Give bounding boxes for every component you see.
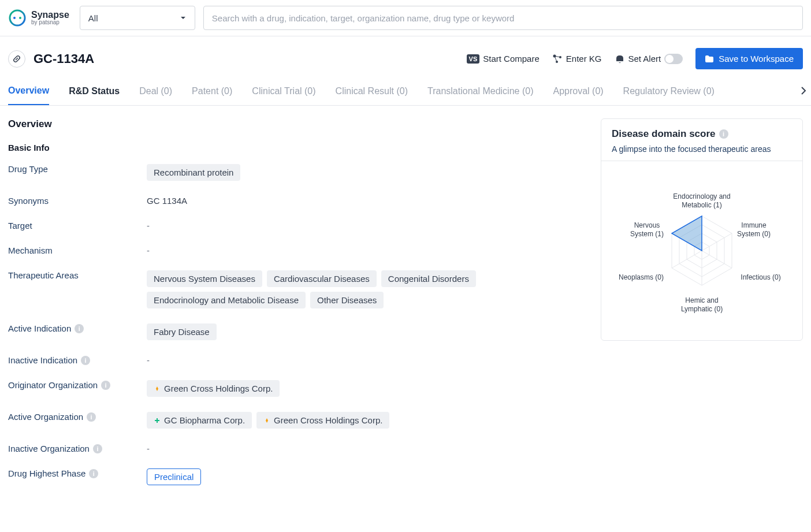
field-target: Target - [8, 221, 583, 230]
label-active-ind: Active Indication [8, 323, 71, 333]
info-icon[interactable]: i [93, 444, 102, 453]
chip-org[interactable]: Green Cross Holdings Corp. [147, 380, 280, 397]
bell-icon [615, 54, 625, 64]
save-to-workspace-button[interactable]: Save to Workspace [695, 48, 803, 69]
panel-title: Disease domain score [612, 128, 716, 140]
info-icon[interactable]: i [89, 469, 98, 478]
chip-therapeutic[interactable]: Nervous System Diseases [147, 270, 262, 287]
tab-patent[interactable]: Patent (0) [192, 79, 232, 105]
info-icon[interactable]: i [719, 129, 728, 139]
label-inactive-ind: Inactive Indication [8, 355, 77, 365]
search-category-dropdown[interactable]: All [80, 6, 195, 30]
radar-label-bl: Neoplasms (0) [619, 273, 664, 281]
chip-therapeutic[interactable]: Endocrinology and Metabolic Disease [147, 292, 306, 308]
info-icon[interactable]: i [101, 381, 110, 390]
label-mechanism: Mechanism [8, 245, 147, 255]
chip-therapeutic[interactable]: Other Diseases [310, 292, 384, 308]
tab-clinical-trial[interactable]: Clinical Trial (0) [252, 79, 315, 105]
app-header: Synapse by patsnap All [0, 0, 811, 36]
chip-org[interactable]: Green Cross Holdings Corp. [256, 412, 389, 429]
logo[interactable]: Synapse by patsnap [8, 9, 69, 27]
search-wrap: All [80, 6, 803, 30]
chip-therapeutic[interactable]: Cardiovascular Diseases [267, 270, 377, 287]
radar-chart: Endocrinology and Metabolic (1) Immune S… [609, 173, 794, 323]
org-icon [154, 417, 161, 424]
label-therapeutic: Therapeutic Areas [8, 270, 147, 280]
pill-icon [8, 50, 25, 68]
info-icon[interactable]: i [75, 324, 84, 333]
radar-label-top: Endocrinology and [673, 192, 730, 200]
field-synonyms: Synonyms GC 1134A [8, 196, 583, 206]
save-label: Save to Workspace [719, 54, 794, 64]
value-target: - [147, 221, 583, 230]
tabs: Overview R&D Status Deal (0) Patent (0) … [0, 79, 811, 106]
enter-kg-button[interactable]: Enter KG [552, 54, 602, 64]
tab-translational-medicine[interactable]: Translational Medicine (0) [427, 79, 533, 105]
folder-icon [705, 54, 714, 64]
tab-deal[interactable]: Deal (0) [139, 79, 172, 105]
tab-clinical-result[interactable]: Clinical Result (0) [336, 79, 408, 105]
field-drug-type: Drug Type Recombinant protein [8, 164, 583, 181]
chip-therapeutic[interactable]: Congenital Disorders [381, 270, 476, 287]
search-input[interactable] [203, 6, 803, 30]
field-active-indication: Active Indicationi Fabry Disease [8, 323, 583, 340]
alert-toggle[interactable] [664, 54, 683, 64]
logo-name: Synapse [31, 10, 69, 20]
value-mechanism: - [147, 245, 583, 255]
label-orig-org: Originator Organization [8, 380, 98, 390]
chip-highest-phase[interactable]: Preclinical [147, 468, 201, 485]
radar-label-bot: Hemic and [685, 296, 718, 304]
graph-icon [552, 54, 563, 64]
label-active-org: Active Organization [8, 412, 83, 422]
field-highest-phase: Drug Highest Phasei Preclinical [8, 468, 583, 485]
org-icon [154, 385, 161, 392]
label-drug-type: Drug Type [8, 164, 147, 174]
tab-approval[interactable]: Approval (0) [553, 79, 603, 105]
dropdown-selected: All [88, 13, 98, 23]
svg-point-1 [13, 17, 16, 19]
tab-regulatory-review[interactable]: Regulatory Review (0) [623, 79, 715, 105]
tabs-scroll-right-icon[interactable] [798, 85, 809, 96]
value-synonyms: GC 1134A [147, 196, 583, 206]
page-header: GC-1134A VS Start Compare Enter KG Set A… [0, 36, 811, 79]
label-inactive-org: Inactive Organization [8, 444, 90, 453]
chip-drug-type[interactable]: Recombinant protein [147, 164, 240, 181]
radar-label-br: Infectious (0) [741, 273, 780, 281]
svg-point-2 [19, 17, 21, 19]
vs-icon: VS [467, 54, 480, 64]
panel-subtitle: A glimpse into the focused therapeutic a… [612, 144, 792, 154]
chevron-down-icon [180, 14, 187, 21]
chip-org[interactable]: GC Biopharma Corp. [147, 412, 252, 429]
disease-domain-panel: Disease domain scorei A glimpse into the… [601, 118, 803, 341]
radar-label-tr: Immune [741, 221, 767, 229]
label-target: Target [8, 221, 147, 230]
org-icon [263, 417, 270, 424]
value-inactive-ind: - [147, 355, 583, 365]
compare-label: Start Compare [483, 54, 540, 64]
field-therapeutic-areas: Therapeutic Areas Nervous System Disease… [8, 270, 583, 308]
chip-active-ind[interactable]: Fabry Disease [147, 323, 217, 340]
logo-sub: by patsnap [31, 20, 69, 25]
label-highest-phase: Drug Highest Phase [8, 468, 85, 478]
field-active-org: Active Organizationi GC Biopharma Corp. … [8, 412, 583, 429]
radar-label-top2: Metabolic (1) [682, 201, 721, 209]
field-inactive-org: Inactive Organizationi - [8, 444, 583, 453]
field-inactive-indication: Inactive Indicationi - [8, 355, 583, 365]
field-mechanism: Mechanism - [8, 245, 583, 255]
info-icon[interactable]: i [81, 356, 90, 365]
svg-line-4 [16, 58, 18, 60]
kg-label: Enter KG [566, 54, 602, 64]
start-compare-button[interactable]: VS Start Compare [467, 54, 540, 64]
logo-icon [8, 9, 27, 27]
svg-point-0 [10, 10, 25, 25]
info-icon[interactable]: i [87, 412, 96, 422]
section-basic-title: Basic Info [8, 143, 583, 152]
alert-label: Set Alert [628, 54, 661, 64]
set-alert-button[interactable]: Set Alert [615, 54, 683, 64]
value-inactive-org: - [147, 444, 583, 453]
content: Overview Basic Info Drug Type Recombinan… [0, 106, 811, 513]
tab-overview[interactable]: Overview [8, 79, 49, 106]
tab-rd-status[interactable]: R&D Status [69, 79, 120, 105]
page-title: GC-1134A [34, 51, 94, 66]
radar-label-bot2: Lymphatic (0) [681, 305, 723, 313]
